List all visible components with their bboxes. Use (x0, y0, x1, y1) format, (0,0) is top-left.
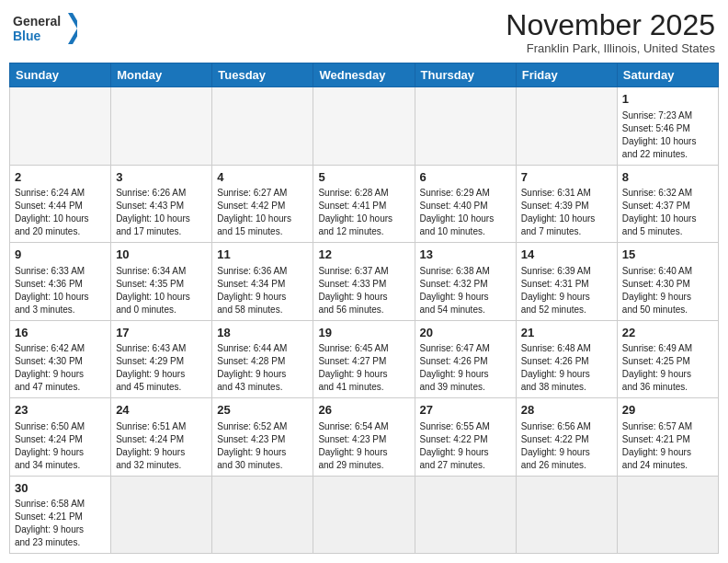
day-number: 2 (15, 169, 106, 186)
calendar-cell: 22Sunrise: 6:49 AM Sunset: 4:25 PM Dayli… (617, 320, 718, 398)
day-info: Sunrise: 7:23 AM Sunset: 5:46 PM Dayligh… (622, 109, 713, 161)
day-number: 30 (15, 480, 106, 497)
day-number: 27 (420, 402, 511, 419)
day-info: Sunrise: 6:33 AM Sunset: 4:36 PM Dayligh… (15, 265, 106, 316)
calendar-cell: 3Sunrise: 6:26 AM Sunset: 4:43 PM Daylig… (111, 165, 212, 243)
calendar-cell: 28Sunrise: 6:56 AM Sunset: 4:22 PM Dayli… (516, 398, 617, 477)
calendar-cell (212, 476, 313, 554)
day-number: 17 (116, 325, 207, 341)
logo: General Blue (13, 9, 77, 48)
calendar-cell: 12Sunrise: 6:37 AM Sunset: 4:33 PM Dayli… (313, 243, 415, 321)
day-number: 13 (420, 247, 511, 263)
day-number: 5 (318, 169, 409, 186)
day-info: Sunrise: 6:39 AM Sunset: 4:31 PM Dayligh… (521, 265, 612, 316)
calendar-cell: 15Sunrise: 6:40 AM Sunset: 4:30 PM Dayli… (617, 243, 718, 321)
calendar-week-row: 9Sunrise: 6:33 AM Sunset: 4:36 PM Daylig… (10, 243, 719, 321)
calendar-cell (111, 87, 212, 166)
day-number: 6 (420, 169, 511, 186)
generalblue-logo-icon: General Blue (13, 9, 77, 48)
calendar-cell: 10Sunrise: 6:34 AM Sunset: 4:35 PM Dayli… (111, 243, 212, 321)
calendar-week-row: 2Sunrise: 6:24 AM Sunset: 4:44 PM Daylig… (10, 165, 719, 243)
day-info: Sunrise: 6:32 AM Sunset: 4:37 PM Dayligh… (622, 187, 713, 238)
calendar-cell: 19Sunrise: 6:45 AM Sunset: 4:27 PM Dayli… (313, 320, 415, 398)
calendar-cell: 30Sunrise: 6:58 AM Sunset: 4:21 PM Dayli… (10, 476, 111, 554)
day-number: 24 (116, 402, 207, 419)
day-number: 9 (15, 247, 106, 263)
calendar-week-row: 30Sunrise: 6:58 AM Sunset: 4:21 PM Dayli… (10, 476, 719, 554)
calendar-cell (212, 87, 313, 166)
day-number: 21 (521, 325, 612, 341)
day-number: 19 (318, 325, 409, 341)
day-info: Sunrise: 6:38 AM Sunset: 4:32 PM Dayligh… (420, 265, 511, 316)
day-info: Sunrise: 6:57 AM Sunset: 4:21 PM Dayligh… (622, 420, 713, 472)
day-info: Sunrise: 6:54 AM Sunset: 4:23 PM Dayligh… (318, 420, 409, 472)
calendar-cell: 7Sunrise: 6:31 AM Sunset: 4:39 PM Daylig… (516, 165, 617, 243)
day-number: 12 (318, 247, 409, 263)
calendar-cell (10, 87, 111, 166)
page-header: General Blue November 2025 Franklin Park… (9, 9, 719, 55)
day-number: 28 (521, 402, 612, 419)
calendar-table: SundayMondayTuesdayWednesdayThursdayFrid… (9, 63, 719, 554)
day-info: Sunrise: 6:27 AM Sunset: 4:42 PM Dayligh… (217, 187, 308, 238)
svg-marker-2 (68, 13, 77, 44)
calendar-cell (617, 476, 718, 554)
day-info: Sunrise: 6:26 AM Sunset: 4:43 PM Dayligh… (116, 187, 207, 238)
weekday-header-row: SundayMondayTuesdayWednesdayThursdayFrid… (10, 63, 719, 87)
calendar-cell: 21Sunrise: 6:48 AM Sunset: 4:26 PM Dayli… (516, 320, 617, 398)
calendar-cell: 24Sunrise: 6:51 AM Sunset: 4:24 PM Dayli… (111, 398, 212, 477)
calendar-cell: 11Sunrise: 6:36 AM Sunset: 4:34 PM Dayli… (212, 243, 313, 321)
calendar-cell (516, 87, 617, 166)
calendar-cell: 27Sunrise: 6:55 AM Sunset: 4:22 PM Dayli… (415, 398, 516, 477)
calendar-cell: 18Sunrise: 6:44 AM Sunset: 4:28 PM Dayli… (212, 320, 313, 398)
day-info: Sunrise: 6:52 AM Sunset: 4:23 PM Dayligh… (217, 420, 308, 472)
day-number: 20 (420, 325, 511, 341)
day-info: Sunrise: 6:56 AM Sunset: 4:22 PM Dayligh… (521, 420, 612, 472)
weekday-header-saturday: Saturday (617, 63, 718, 87)
title-section: November 2025 Franklin Park, Illinois, U… (506, 9, 715, 55)
day-number: 11 (217, 247, 308, 263)
day-info: Sunrise: 6:48 AM Sunset: 4:26 PM Dayligh… (521, 342, 612, 394)
calendar-cell: 26Sunrise: 6:54 AM Sunset: 4:23 PM Dayli… (313, 398, 415, 477)
day-number: 3 (116, 169, 207, 186)
day-number: 25 (217, 402, 308, 419)
day-info: Sunrise: 6:45 AM Sunset: 4:27 PM Dayligh… (318, 342, 409, 394)
day-info: Sunrise: 6:31 AM Sunset: 4:39 PM Dayligh… (521, 187, 612, 238)
weekday-header-sunday: Sunday (10, 63, 111, 87)
calendar-cell: 23Sunrise: 6:50 AM Sunset: 4:24 PM Dayli… (10, 398, 111, 477)
weekday-header-tuesday: Tuesday (212, 63, 313, 87)
day-info: Sunrise: 6:42 AM Sunset: 4:30 PM Dayligh… (15, 342, 106, 394)
day-info: Sunrise: 6:24 AM Sunset: 4:44 PM Dayligh… (15, 187, 106, 238)
month-title: November 2025 (506, 9, 715, 41)
day-info: Sunrise: 6:28 AM Sunset: 4:41 PM Dayligh… (318, 187, 409, 238)
calendar-cell: 17Sunrise: 6:43 AM Sunset: 4:29 PM Dayli… (111, 320, 212, 398)
day-number: 29 (622, 402, 713, 419)
calendar-week-row: 16Sunrise: 6:42 AM Sunset: 4:30 PM Dayli… (10, 320, 719, 398)
day-info: Sunrise: 6:58 AM Sunset: 4:21 PM Dayligh… (15, 498, 106, 549)
calendar-cell: 4Sunrise: 6:27 AM Sunset: 4:42 PM Daylig… (212, 165, 313, 243)
day-info: Sunrise: 6:44 AM Sunset: 4:28 PM Dayligh… (217, 342, 308, 394)
weekday-header-thursday: Thursday (415, 63, 516, 87)
day-number: 15 (622, 247, 713, 263)
day-info: Sunrise: 6:34 AM Sunset: 4:35 PM Dayligh… (116, 265, 207, 316)
calendar-cell: 1Sunrise: 7:23 AM Sunset: 5:46 PM Daylig… (617, 87, 718, 166)
calendar-cell: 6Sunrise: 6:29 AM Sunset: 4:40 PM Daylig… (415, 165, 516, 243)
calendar-cell: 9Sunrise: 6:33 AM Sunset: 4:36 PM Daylig… (10, 243, 111, 321)
day-number: 16 (15, 325, 106, 341)
calendar-cell (111, 476, 212, 554)
calendar-cell (415, 476, 516, 554)
day-info: Sunrise: 6:36 AM Sunset: 4:34 PM Dayligh… (217, 265, 308, 316)
calendar-cell: 2Sunrise: 6:24 AM Sunset: 4:44 PM Daylig… (10, 165, 111, 243)
day-info: Sunrise: 6:55 AM Sunset: 4:22 PM Dayligh… (420, 420, 511, 472)
calendar-cell: 14Sunrise: 6:39 AM Sunset: 4:31 PM Dayli… (516, 243, 617, 321)
calendar-cell: 20Sunrise: 6:47 AM Sunset: 4:26 PM Dayli… (415, 320, 516, 398)
weekday-header-wednesday: Wednesday (313, 63, 415, 87)
day-number: 23 (15, 402, 106, 419)
svg-text:General: General (13, 14, 61, 29)
calendar-cell: 13Sunrise: 6:38 AM Sunset: 4:32 PM Dayli… (415, 243, 516, 321)
calendar-cell: 16Sunrise: 6:42 AM Sunset: 4:30 PM Dayli… (10, 320, 111, 398)
weekday-header-monday: Monday (111, 63, 212, 87)
day-number: 4 (217, 169, 308, 186)
calendar-cell: 5Sunrise: 6:28 AM Sunset: 4:41 PM Daylig… (313, 165, 415, 243)
day-info: Sunrise: 6:50 AM Sunset: 4:24 PM Dayligh… (15, 420, 106, 472)
day-info: Sunrise: 6:40 AM Sunset: 4:30 PM Dayligh… (622, 265, 713, 316)
